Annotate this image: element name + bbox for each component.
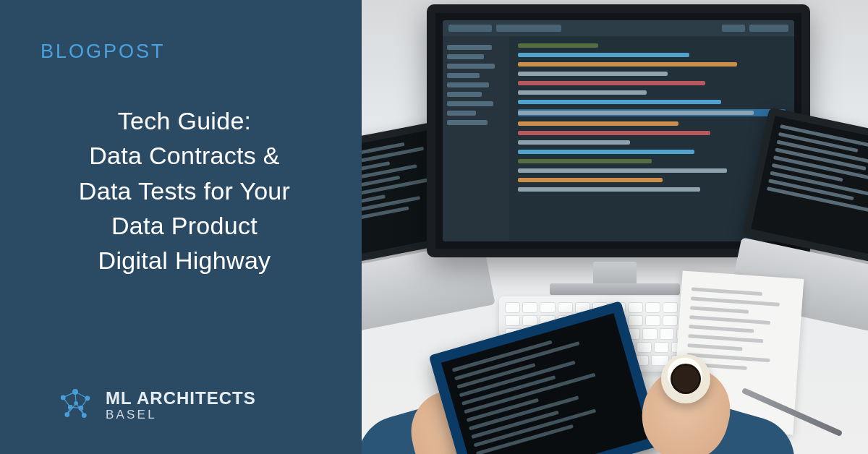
title-line: Data Tests for Your [41, 174, 328, 208]
svg-point-12 [85, 396, 90, 401]
svg-point-14 [79, 406, 83, 411]
desk-scene [362, 0, 868, 454]
title-line: Digital Highway [41, 243, 328, 278]
logo-text: ML ARCHITECTS BASEL [106, 390, 256, 421]
title-line: Data Contracts & [41, 138, 328, 173]
coffee-cup [661, 354, 710, 403]
svg-point-11 [73, 390, 78, 395]
svg-point-13 [68, 406, 72, 410]
svg-point-10 [61, 395, 65, 400]
category-label: BLOGPOST [41, 40, 328, 63]
logo-line1: ML ARCHITECTS [106, 390, 256, 407]
svg-point-16 [65, 413, 69, 417]
code-editor [443, 20, 794, 241]
svg-point-17 [82, 414, 87, 418]
text-panel: BLOGPOST Tech Guide: Data Contracts & Da… [0, 0, 362, 454]
featured-card: BLOGPOST Tech Guide: Data Contracts & Da… [0, 0, 868, 454]
title-line: Tech Guide: [41, 103, 328, 138]
brand-logo: ML ARCHITECTS BASEL [55, 385, 328, 425]
logo-mark-icon [55, 385, 95, 425]
svg-point-15 [75, 402, 77, 405]
hero-image [362, 0, 868, 454]
logo-line2: BASEL [106, 408, 256, 421]
post-title: Tech Guide: Data Contracts & Data Tests … [41, 103, 328, 278]
title-line: Data Product [41, 208, 328, 243]
